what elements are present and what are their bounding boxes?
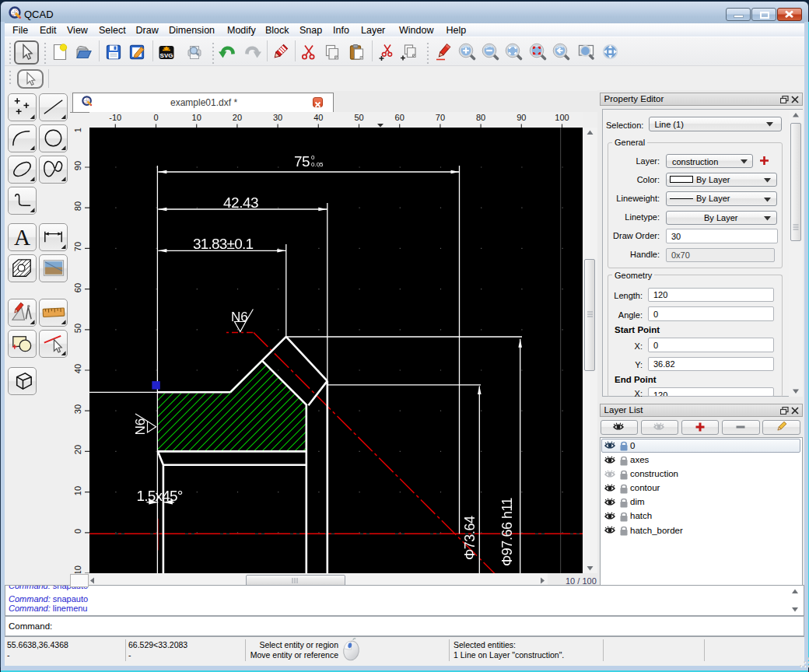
svg-text:Φ97.66 h11: Φ97.66 h11: [499, 497, 515, 566]
svg-text:A: A: [13, 225, 30, 250]
svg-text:SVG: SVG: [160, 52, 173, 59]
svg-text:75: 75: [294, 153, 310, 170]
svg-text:0.05: 0.05: [311, 161, 324, 168]
svg-text:Φ73.64: Φ73.64: [462, 516, 478, 560]
svg-text:N6: N6: [133, 418, 148, 436]
svg-text:0: 0: [311, 154, 315, 161]
svg-text:31.83±0.1: 31.83±0.1: [193, 236, 253, 252]
svg-text:42.43: 42.43: [223, 194, 258, 211]
svg-text:1.5x45°: 1.5x45°: [137, 488, 183, 504]
